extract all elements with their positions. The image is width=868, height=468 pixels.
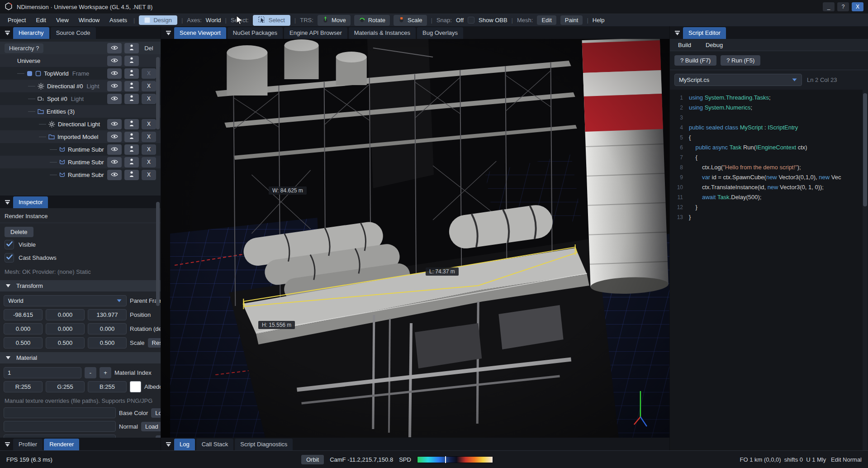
- normal-button-0[interactable]: Load: [141, 422, 161, 431]
- script-file-dropdown[interactable]: MyScript.cs: [674, 74, 802, 86]
- collapse-panel-icon[interactable]: [3, 442, 12, 450]
- owner-toggle-button[interactable]: [124, 81, 139, 91]
- code-scrollbar-track[interactable]: [863, 90, 868, 450]
- tree-row-universe-0[interactable]: Universe: [0, 54, 161, 67]
- albedo-g-field[interactable]: G:255: [46, 381, 85, 392]
- albedo-color-swatch[interactable]: [130, 381, 141, 392]
- reset-button[interactable]: Reset: [148, 338, 161, 348]
- menu-view[interactable]: View: [54, 16, 71, 24]
- tab-log[interactable]: Log: [174, 439, 195, 450]
- collapse-panel-icon[interactable]: [164, 442, 173, 450]
- menu-edit[interactable]: Edit: [33, 16, 48, 24]
- owner-toggle-button[interactable]: [124, 56, 139, 66]
- help-menu[interactable]: Help: [593, 17, 605, 24]
- tab-nuget-packages[interactable]: NuGet Packages: [228, 27, 283, 39]
- visibility-toggle-button[interactable]: [107, 94, 122, 104]
- speed-gradient-bar[interactable]: [417, 456, 493, 463]
- tab-bug-overlays[interactable]: Bug Overlays: [417, 27, 463, 39]
- hierarchy-header-chip[interactable]: Hierarchy ?: [5, 43, 43, 53]
- scale-field-x[interactable]: 0.500: [4, 337, 43, 349]
- tab-inspector[interactable]: Inspector: [13, 196, 48, 208]
- collapse-panel-icon[interactable]: [673, 30, 682, 39]
- position-field-x[interactable]: -98.615: [4, 309, 43, 320]
- rotation-deg-x-field-z[interactable]: 0.000: [88, 323, 127, 334]
- visibility-toggle-button[interactable]: [107, 119, 122, 129]
- delete-node-button[interactable]: X: [142, 81, 156, 91]
- rotate-tool-button[interactable]: Rotate: [354, 15, 390, 26]
- delete-node-button[interactable]: X: [142, 144, 156, 155]
- build-button[interactable]: ? Build (F7): [674, 55, 716, 66]
- scale-field-z[interactable]: 0.500: [88, 337, 127, 349]
- material-index-increment-button[interactable]: +: [100, 367, 111, 378]
- tree-row-topworld-1[interactable]: TopWorldFrameX: [0, 67, 161, 80]
- material-index-input[interactable]: 1: [4, 367, 81, 378]
- metal-rough-path-input[interactable]: [4, 435, 116, 438]
- owner-toggle-button[interactable]: [124, 170, 139, 180]
- menu-window[interactable]: Window: [76, 16, 102, 24]
- script-menu-build[interactable]: Build: [676, 41, 693, 49]
- material-section-header[interactable]: Material: [0, 352, 161, 363]
- snap-value[interactable]: Off: [456, 17, 464, 24]
- delete-node-button[interactable]: X: [142, 132, 156, 142]
- base-color-button-0[interactable]: Load: [151, 408, 161, 418]
- albedo-r-field[interactable]: R:255: [4, 381, 43, 392]
- metal-rough-button-0[interactable]: Loa: [156, 435, 161, 438]
- tree-row-imported-model-6[interactable]: Imported ModelX: [0, 130, 161, 143]
- visibility-toggle-button[interactable]: [107, 157, 122, 167]
- cast-shadows-checkbox[interactable]: [5, 253, 14, 263]
- delete-node-button[interactable]: X: [142, 170, 156, 180]
- visible-checkbox[interactable]: [5, 240, 14, 249]
- tab-script-editor[interactable]: Script Editor: [683, 27, 726, 39]
- delete-node-button[interactable]: X: [142, 68, 156, 79]
- delete-node-button[interactable]: X: [142, 94, 156, 104]
- tab-script-diagnostics[interactable]: Script Diagnostics: [235, 439, 293, 450]
- visibility-toggle-button[interactable]: [107, 56, 122, 66]
- scene-3d-canvas[interactable]: [161, 39, 669, 438]
- select-tool-button[interactable]: Select: [253, 15, 290, 26]
- tree-row-runtime-subr-8[interactable]: Runtime SubrX: [0, 156, 161, 168]
- owner-toggle-button[interactable]: [124, 94, 139, 104]
- design-toggle[interactable]: Design: [139, 15, 177, 25]
- tree-row-entities-3-4[interactable]: Entities (3): [0, 105, 161, 118]
- hierarchy-scrollbar[interactable]: [156, 57, 160, 129]
- tab-renderer[interactable]: Renderer: [44, 439, 79, 450]
- normal-path-input[interactable]: [4, 421, 116, 432]
- base-color-path-input[interactable]: [4, 407, 116, 418]
- owner-column-button[interactable]: [124, 43, 139, 53]
- delete-node-button[interactable]: X: [142, 157, 156, 167]
- close-button[interactable]: X: [852, 2, 863, 11]
- window-help-button[interactable]: ?: [837, 2, 849, 11]
- owner-toggle-button[interactable]: [124, 144, 139, 155]
- mesh-paint-button[interactable]: Paint: [560, 15, 583, 25]
- tab-materials-instances[interactable]: Materials & Instances: [349, 27, 416, 39]
- visibility-toggle-button[interactable]: [107, 68, 122, 79]
- menu-assets[interactable]: Assets: [107, 16, 129, 24]
- tree-row-spot-0-3[interactable]: 1Spot #0LightX: [0, 92, 161, 105]
- delete-node-button[interactable]: X: [142, 119, 156, 129]
- delete-button[interactable]: Delete: [5, 227, 33, 237]
- tab-engine-api-browser[interactable]: Engine API Browser: [284, 27, 347, 39]
- collapse-panel-icon[interactable]: [3, 200, 12, 208]
- visibility-toggle-button[interactable]: [107, 81, 122, 91]
- visibility-column-button[interactable]: [107, 43, 122, 53]
- parent-frame-dropdown[interactable]: World: [4, 295, 127, 306]
- position-field-y[interactable]: 0.000: [46, 309, 85, 320]
- minimize-button[interactable]: _: [823, 2, 835, 11]
- visibility-toggle-button[interactable]: [107, 144, 122, 155]
- tab-source-code[interactable]: Source Code: [51, 27, 96, 39]
- visibility-toggle-button[interactable]: [107, 132, 122, 142]
- code-scrollbar-thumb[interactable]: [863, 93, 867, 206]
- tab-profiler[interactable]: Profiler: [13, 439, 43, 450]
- owner-toggle-button[interactable]: [124, 132, 139, 142]
- tab-hierarchy[interactable]: Hierarchy: [13, 27, 49, 39]
- move-tool-button[interactable]: Move: [318, 15, 351, 26]
- tree-row-runtime-subr-7[interactable]: Runtime SubrX: [0, 143, 161, 156]
- tab-call-stack[interactable]: Call Stack: [196, 439, 234, 450]
- menu-project[interactable]: Project: [5, 16, 28, 24]
- code-editor[interactable]: 1using System.Threading.Tasks;2using Sys…: [670, 90, 868, 450]
- visibility-toggle-button[interactable]: [107, 170, 122, 180]
- collapse-panel-icon[interactable]: [3, 30, 12, 39]
- run-button[interactable]: ? Run (F5): [721, 55, 760, 66]
- scale-field-y[interactable]: 0.500: [46, 337, 85, 349]
- collapse-panel-icon[interactable]: [164, 30, 173, 39]
